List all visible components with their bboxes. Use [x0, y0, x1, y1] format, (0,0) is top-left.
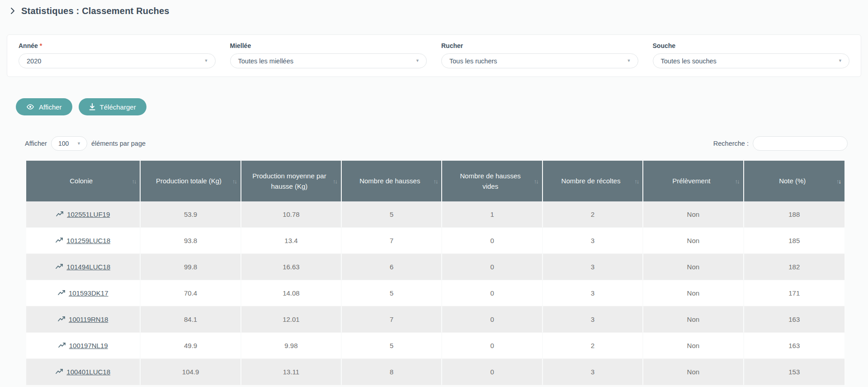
- miellee-select[interactable]: Toutes les miellées ▼: [230, 53, 427, 68]
- column-header-label: Nombre de hausses: [359, 177, 420, 185]
- chevron-right-icon: [10, 7, 15, 14]
- column-header-note[interactable]: Note (%)↑↓: [744, 161, 844, 201]
- cell-production_moyenne: 10.78: [241, 201, 342, 228]
- trending-up-icon: [58, 315, 66, 323]
- table-row: 100401LUC18104.913.11803Non153: [26, 359, 844, 385]
- chevron-down-icon: ▼: [627, 59, 631, 63]
- table-header-row: Colonie↑↓Production totale (Kg)↑↓Product…: [26, 161, 844, 201]
- souche-select-value: Toutes les souches: [661, 57, 717, 65]
- cell-production_totale: 93.8: [141, 228, 241, 254]
- cell-colonie: 100401LUC18: [26, 359, 141, 385]
- cell-colonie: 100119RN18: [26, 306, 141, 333]
- column-header-production_moyenne[interactable]: Production moyenne par hausse (Kg)↑↓: [241, 161, 342, 201]
- cell-hausses: 7: [342, 306, 442, 333]
- cell-hausses: 5: [342, 280, 442, 306]
- table-head: Colonie↑↓Production totale (Kg)↑↓Product…: [26, 161, 844, 201]
- column-header-production_totale[interactable]: Production totale (Kg)↑↓: [141, 161, 241, 201]
- cell-recoltes: 3: [543, 306, 643, 333]
- required-asterisk: *: [40, 42, 42, 49]
- miellee-select-value: Toutes les miellées: [238, 57, 294, 65]
- cell-production_totale: 70.4: [141, 280, 241, 306]
- page-length-control: Afficher 100 ▼ éléments par page: [25, 136, 146, 151]
- filter-group-miellee: Miellée Toutes les miellées ▼: [230, 42, 427, 68]
- cell-hausses: 7: [342, 228, 442, 254]
- column-header-colonie[interactable]: Colonie↑↓: [26, 161, 141, 201]
- colony-id: 100197NL19: [69, 342, 108, 349]
- telecharger-button[interactable]: Télécharger: [79, 98, 146, 115]
- cell-hausses_vides: 0: [442, 280, 542, 306]
- annee-select-value: 2020: [27, 57, 41, 65]
- cell-prelevement: Non: [643, 254, 744, 280]
- cell-note: 163: [744, 333, 844, 359]
- table-row: 102551LUF1953.910.78512Non188: [26, 201, 844, 228]
- cell-hausses_vides: 0: [442, 333, 542, 359]
- column-header-label: Nombre de hausses vides: [460, 172, 521, 190]
- cell-colonie: 101593DK17: [26, 280, 141, 306]
- cell-prelevement: Non: [643, 228, 744, 254]
- afficher-button[interactable]: Afficher: [16, 98, 72, 115]
- filter-group-souche: Souche Toutes les souches ▼: [653, 42, 850, 68]
- colony-link[interactable]: 101259LUC18: [56, 237, 110, 244]
- rucher-select-value: Tous les ruchers: [449, 57, 497, 65]
- colony-id: 101259LUC18: [66, 237, 110, 244]
- page-header: Statistiques : Classement Ruches: [10, 5, 868, 17]
- colony-link[interactable]: 100197NL19: [58, 342, 108, 349]
- rucher-select[interactable]: Tous les ruchers ▼: [441, 53, 638, 68]
- cell-prelevement: Non: [643, 359, 744, 385]
- sort-arrows-icon: ↑↓: [735, 177, 739, 186]
- colony-id: 100119RN18: [69, 315, 108, 323]
- table-row: 101494LUC1899.816.63603Non182: [26, 254, 844, 280]
- filter-label-rucher: Rucher: [441, 42, 638, 49]
- table-row: 100197NL1949.99.98502Non163: [26, 333, 844, 359]
- cell-production_moyenne: 13.4: [241, 228, 342, 254]
- table-body: 102551LUF1953.910.78512Non188101259LUC18…: [26, 201, 844, 385]
- filter-group-rucher: Rucher Tous les ruchers ▼: [441, 42, 638, 68]
- trending-up-icon: [56, 237, 63, 244]
- trending-up-icon: [56, 210, 64, 218]
- annee-select[interactable]: 2020 ▼: [19, 53, 216, 68]
- colony-id: 100401LUC18: [66, 368, 110, 376]
- cell-hausses: 5: [342, 333, 442, 359]
- sort-arrows-icon: ↑↓: [333, 177, 337, 186]
- colony-link[interactable]: 102551LUF19: [56, 210, 110, 218]
- cell-recoltes: 3: [543, 254, 643, 280]
- cell-production_totale: 53.9: [141, 201, 241, 228]
- column-header-recoltes[interactable]: Nombre de récoltes↑↓: [543, 161, 643, 201]
- colony-link[interactable]: 100401LUC18: [56, 368, 110, 376]
- cell-recoltes: 3: [543, 280, 643, 306]
- column-header-label: Note (%): [779, 177, 806, 185]
- cell-production_totale: 49.9: [141, 333, 241, 359]
- chevron-down-icon: ▼: [77, 142, 81, 146]
- filter-label-souche: Souche: [653, 42, 850, 49]
- column-header-hausses[interactable]: Nombre de hausses↑↓: [342, 161, 442, 201]
- cell-production_totale: 99.8: [141, 254, 241, 280]
- cell-production_totale: 104.9: [141, 359, 241, 385]
- column-header-prelevement[interactable]: Prélèvement↑↓: [643, 161, 744, 201]
- cell-production_moyenne: 16.63: [241, 254, 342, 280]
- cell-hausses: 5: [342, 201, 442, 228]
- colony-link[interactable]: 101593DK17: [58, 289, 108, 297]
- cell-prelevement: Non: [643, 306, 744, 333]
- colony-link[interactable]: 100119RN18: [58, 315, 108, 323]
- cell-production_moyenne: 14.08: [241, 280, 342, 306]
- chevron-down-icon: ▼: [415, 59, 420, 63]
- cell-note: 153: [744, 359, 844, 385]
- cell-colonie: 102551LUF19: [26, 201, 141, 228]
- cell-note: 182: [744, 254, 844, 280]
- souche-select[interactable]: Toutes les souches ▼: [653, 53, 850, 68]
- eye-icon: [26, 104, 34, 110]
- page-length-select[interactable]: 100 ▼: [51, 136, 87, 151]
- column-header-hausses_vides[interactable]: Nombre de hausses vides↑↓: [442, 161, 542, 201]
- telecharger-button-label: Télécharger: [100, 103, 136, 111]
- cell-note: 163: [744, 306, 844, 333]
- cell-production_moyenne: 13.11: [241, 359, 342, 385]
- sort-arrows-icon: ↑↓: [836, 177, 840, 186]
- search-input[interactable]: [753, 136, 848, 151]
- cell-note: 185: [744, 228, 844, 254]
- trending-up-icon: [58, 342, 66, 349]
- trending-up-icon: [56, 368, 63, 376]
- sort-arrows-icon: ↑↓: [232, 177, 236, 186]
- page-length-prefix: Afficher: [25, 140, 47, 147]
- colony-link[interactable]: 101494LUC18: [56, 263, 110, 271]
- chevron-down-icon: ▼: [838, 59, 842, 63]
